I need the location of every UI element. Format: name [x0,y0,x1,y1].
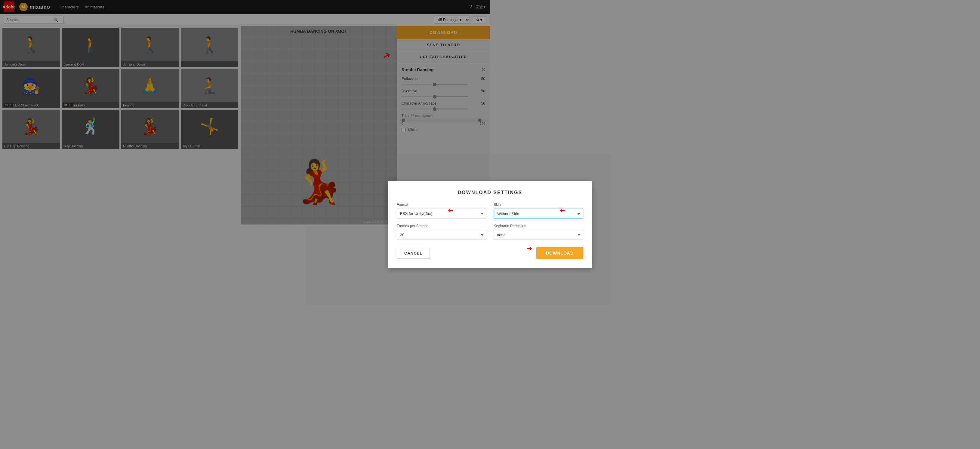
modal-overlay: DOWNLOAD SETTINGS ➔ ➔ ➔ Format FBX for U… [0,0,490,224]
modal-form: Format FBX for Unity(.fbx) Skin Without … [397,203,490,224]
format-select[interactable]: FBX for Unity(.fbx) [397,209,487,219]
format-group: Format FBX for Unity(.fbx) [397,203,487,219]
modal-title: DOWNLOAD SETTINGS [397,190,490,195]
fps-label: Frames per Second [397,224,487,224]
format-label: Format [397,203,487,207]
download-settings-modal: DOWNLOAD SETTINGS ➔ ➔ ➔ Format FBX for U… [388,181,490,224]
fps-group: Frames per Second 30 [397,224,487,224]
format-arrow: ➔ [448,206,453,214]
